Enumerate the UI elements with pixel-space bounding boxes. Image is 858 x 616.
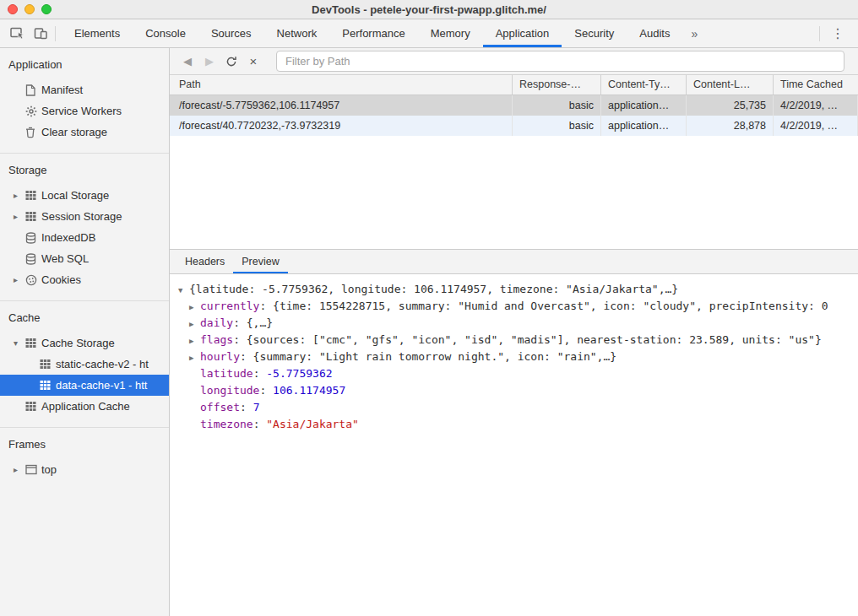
cache-panel: ◀ ▶ × PathResponse-…Content-Ty…Content-L… (170, 48, 858, 616)
forward-icon[interactable]: ▶ (198, 51, 220, 73)
sidebar-item-manifest[interactable]: Manifest (0, 79, 169, 100)
database-icon (25, 253, 41, 265)
inspect-icon[interactable] (5, 22, 29, 46)
sidebar-item-session-storage[interactable]: ▸Session Storage (0, 206, 169, 227)
sidebar-item-data-cache-v1-htt[interactable]: data-cache-v1 - htt (0, 375, 169, 396)
table-row[interactable]: /forecast/-5.7759362,106.1174957basicapp… (170, 95, 858, 116)
json-key: latitude (200, 367, 253, 380)
table-icon (25, 211, 41, 222)
clear-icon[interactable]: × (242, 51, 264, 73)
tree-collapsed-icon[interactable]: ▶ (189, 332, 200, 349)
tree-line[interactable]: offset: 7 (170, 399, 858, 416)
tree-line[interactable]: ▶hourly: {summary: "Light rain tomorrow … (170, 349, 858, 365)
json-preview-pane: ▼{latitude: -5.7759362, longitude: 106.1… (170, 274, 858, 616)
zoom-window-button[interactable] (41, 4, 52, 14)
clear-storage-icon (25, 127, 41, 138)
tree-line[interactable]: ▶currently: {time: 1554228715, summary: … (170, 298, 858, 315)
sidebar-section-application: ApplicationManifestService WorkersClear … (0, 48, 169, 153)
refresh-icon[interactable] (220, 51, 242, 73)
tab-elements[interactable]: Elements (62, 19, 133, 47)
expander-icon[interactable]: ▸ (14, 465, 25, 474)
sidebar-item-indexeddb[interactable]: IndexedDB (0, 227, 169, 248)
json-number: -5.7759362 (266, 367, 332, 380)
tree-line[interactable]: ▶daily: {,…} (170, 315, 858, 332)
json-plain: : (253, 418, 267, 430)
sidebar-item-label: Local Storage (41, 189, 169, 202)
sidebar-item-application-cache[interactable]: Application Cache (0, 396, 169, 417)
sidebar-item-cookies[interactable]: ▸Cookies (0, 269, 169, 290)
kebab-menu-icon[interactable]: ⋮ (823, 25, 853, 41)
table-icon (40, 380, 56, 391)
sidebar-item-local-storage[interactable]: ▸Local Storage (0, 185, 169, 206)
tree-line[interactable]: ▶flags: {sources: ["cmc", "gfs", "icon",… (170, 332, 858, 349)
sidebar-section-frames: Frames▸top (0, 427, 169, 490)
json-plain: : {sources: ["cmc", "gfs", "icon", "isd"… (233, 333, 822, 346)
resource-detail-tabs: HeadersPreview (170, 249, 858, 274)
section-header-storage: Storage (0, 154, 169, 185)
tree-expanded-icon[interactable]: ▼ (178, 282, 189, 298)
expander-icon[interactable]: ▾ (14, 338, 25, 348)
json-plain: : {summary: "Light rain tomorrow night."… (240, 350, 616, 363)
tree-line[interactable]: timezone: "Asia/Jakarta" (170, 416, 858, 433)
tree-collapsed-icon[interactable]: ▶ (189, 349, 200, 365)
sidebar-item-static-cache-v2-ht[interactable]: static-cache-v2 - ht (0, 354, 169, 375)
table-row[interactable]: /forecast/40.7720232,-73.9732319basicapp… (170, 116, 858, 136)
sidebar-item-label: Cache Storage (41, 337, 169, 349)
tree-line[interactable]: ▼{latitude: -5.7759362, longitude: 106.1… (170, 281, 858, 298)
json-string: "Asia/Jakarta" (266, 418, 359, 430)
tab-headers[interactable]: Headers (176, 250, 233, 273)
devtools-window: DevTools - petele-your-first-pwapp.glitc… (0, 0, 858, 616)
section-header-cache: Cache (0, 301, 169, 332)
sidebar-item-service-workers[interactable]: Service Workers (0, 100, 169, 122)
database-icon (25, 232, 41, 244)
json-key: hourly (200, 350, 240, 363)
tree-collapsed-icon[interactable]: ▶ (189, 316, 200, 332)
sidebar-item-label: Clear storage (41, 126, 169, 138)
column-header-time-cached[interactable]: Time Cached (774, 75, 858, 95)
tab-network[interactable]: Network (264, 19, 330, 47)
tab-console[interactable]: Console (133, 19, 198, 47)
sidebar-item-cache-storage[interactable]: ▾Cache Storage (0, 332, 169, 354)
column-header-response[interactable]: Response-… (513, 75, 601, 95)
tree-line[interactable]: latitude: -5.7759362 (170, 365, 858, 382)
application-sidebar: ApplicationManifestService WorkersClear … (0, 48, 170, 616)
sidebar-item-label: IndexedDB (41, 231, 169, 244)
tab-preview[interactable]: Preview (233, 250, 287, 273)
tab-audits[interactable]: Audits (627, 19, 682, 47)
column-header-content-ty[interactable]: Content-Ty… (601, 75, 687, 95)
expander-icon[interactable]: ▸ (14, 275, 25, 284)
tree-collapsed-icon[interactable]: ▶ (189, 299, 200, 315)
tab-application[interactable]: Application (483, 19, 562, 47)
tab-sources[interactable]: Sources (198, 19, 264, 47)
filter-by-path-input[interactable] (276, 51, 844, 72)
tab-security[interactable]: Security (562, 19, 627, 47)
sidebar-item-top[interactable]: ▸top (0, 459, 169, 480)
close-window-button[interactable] (8, 4, 18, 14)
expander-icon[interactable]: ▸ (14, 212, 25, 221)
tab-performance[interactable]: Performance (329, 19, 417, 47)
sidebar-item-clear-storage[interactable]: Clear storage (0, 122, 169, 143)
sidebar-item-web-sql[interactable]: Web SQL (0, 248, 169, 269)
cache-table-header: PathResponse-…Content-Ty…Content-L…Time … (170, 75, 858, 95)
cell-time-cached: 4/2/2019, … (774, 116, 858, 136)
json-key: offset (200, 401, 240, 413)
more-tabs-button[interactable]: » (682, 27, 706, 41)
back-icon[interactable]: ◀ (176, 51, 198, 73)
window-title: DevTools - petele-your-first-pwapp.glitc… (312, 3, 546, 16)
tab-memory[interactable]: Memory (418, 19, 483, 47)
device-toolbar-icon[interactable] (29, 22, 52, 46)
minimize-window-button[interactable] (24, 4, 35, 14)
expander-icon[interactable]: ▸ (14, 191, 25, 200)
json-key: flags (200, 333, 233, 346)
cell-content-l: 28,878 (687, 116, 774, 136)
cell-path: /forecast/-5.7759362,106.1174957 (170, 95, 513, 116)
column-header-path[interactable]: Path (170, 75, 513, 95)
devtools-tabbar: ElementsConsoleSourcesNetworkPerformance… (0, 19, 858, 48)
sidebar-item-label: Application Cache (41, 400, 169, 413)
window-controls (8, 4, 52, 14)
cell-content-l: 25,735 (687, 95, 774, 116)
cache-toolbar: ◀ ▶ × (170, 48, 858, 75)
table-icon (25, 401, 41, 412)
tree-line[interactable]: longitude: 106.1174957 (170, 382, 858, 399)
column-header-content-l[interactable]: Content-L… (687, 75, 774, 95)
